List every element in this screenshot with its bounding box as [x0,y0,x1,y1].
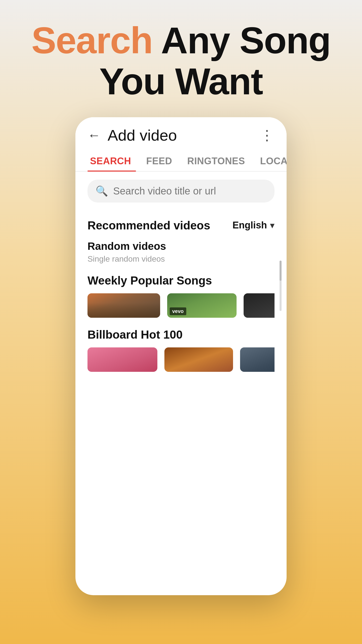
weekly-popular-title: Weekly Popular Songs [87,274,275,287]
random-videos-title: Random videos [87,240,275,252]
recommended-title: Recommended videos [87,219,210,232]
back-icon[interactable]: ← [87,129,101,142]
billboard-title: Billboard Hot 100 [87,328,275,341]
phone-frame: ← Add video ⋮ SEARCH FEED RINGTONES LOCA… [75,117,287,595]
vevo-badge: vevo [170,307,186,315]
page-heading: Search Any Song You Want [0,20,362,102]
video-card-rose[interactable]: ROSÉ & Bruno ... ROSÉ [87,347,157,372]
screen-title: Add video [108,126,177,144]
tab-bar: SEARCH FEED RINGTONES LOCAL [75,150,287,172]
weekly-popular-list: Benson Boone -... Benson Boone vevo Bed … [87,293,275,318]
video-card-benson[interactable]: Benson Boone -... Benson Boone [87,293,160,318]
scrollbar-thumb[interactable] [280,261,282,281]
video-card-tyler[interactable]: Tyler, The Cre David Dean Bur [244,293,275,318]
search-input[interactable] [113,185,266,197]
phone-inner: ← Add video ⋮ SEARCH FEED RINGTONES LOCA… [75,117,287,388]
random-videos-desc: Single random videos [87,254,275,264]
top-bar: ← Add video ⋮ [75,117,287,150]
dropdown-icon: ▾ [270,220,275,231]
more-options-icon[interactable]: ⋮ [260,127,275,143]
recommended-header: Recommended videos English ▾ [87,219,275,232]
search-bar[interactable]: 🔍 [87,180,275,203]
search-container: 🔍 [75,172,287,209]
tab-feed[interactable]: FEED [144,150,179,171]
heading-highlight: Search [31,20,153,61]
language-text: English [233,220,267,231]
search-icon: 🔍 [96,185,108,197]
video-card-teddy[interactable]: Teddy Swims - ... Teddy Swims [164,347,233,372]
random-videos-section: Random videos Single random videos [87,240,275,264]
video-thumb-bedchem: vevo [167,293,237,318]
video-thumb-rose [87,347,157,372]
video-thumb-teddy [164,347,233,372]
video-thumb-benson [87,293,160,318]
heading-rest: Any Song [153,20,331,61]
video-card-bedchem[interactable]: vevo Bed Chem (Offi... Sabrina Carpenter [167,293,237,318]
scrollbar[interactable] [280,261,282,311]
billboard-section: Billboard Hot 100 ROSÉ & Bruno ... ROSÉ … [87,328,275,372]
main-heading: Search Any Song You Want [20,20,342,102]
top-bar-left: ← Add video [87,126,177,144]
tab-ringtones[interactable]: RINGTONES [185,150,253,171]
tab-local[interactable]: LOCAL [258,150,287,171]
video-card-post[interactable]: I Had Some H Post Malone [240,347,275,372]
heading-line2: You Want [99,61,263,102]
content-area: Recommended videos English ▾ Random vide… [75,209,287,388]
tab-search[interactable]: SEARCH [87,150,139,171]
billboard-list: ROSÉ & Bruno ... ROSÉ Teddy Swims - ... … [87,347,275,372]
video-thumb-tyler [244,293,275,318]
language-selector[interactable]: English ▾ [233,220,275,231]
weekly-popular-section: Weekly Popular Songs Benson Boone -... B… [87,274,275,318]
video-thumb-post [240,347,275,372]
